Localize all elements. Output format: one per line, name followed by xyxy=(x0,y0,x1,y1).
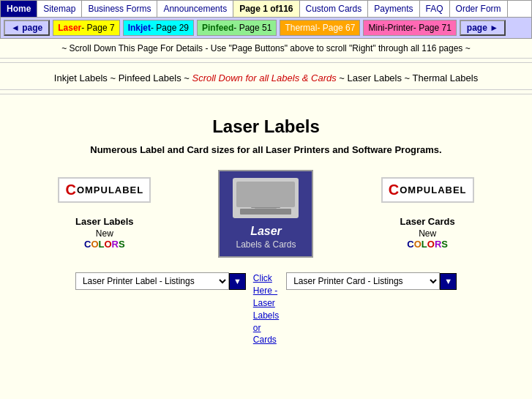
color-c-r: C xyxy=(407,239,413,250)
center-subtitle: Labels & Cards xyxy=(236,239,296,250)
page-prev-button[interactable]: ◄ page xyxy=(4,20,50,36)
color-r-r: R xyxy=(435,239,441,250)
nav-home[interactable]: Home xyxy=(1,1,37,17)
nav-inkjet[interactable]: Inkjet- Page 29 xyxy=(123,20,194,36)
compulabel-logo-left: C OMPULABEL xyxy=(58,177,151,203)
product-laser-cards: C OMPULABEL Laser Cards New COLORS xyxy=(361,170,493,250)
color-c: C xyxy=(84,239,91,250)
svg-rect-3 xyxy=(247,191,284,195)
divider-1 xyxy=(0,62,532,63)
color-o2-r: O xyxy=(427,239,435,250)
scroll-notice: ~ Scroll Down This Page For Details - Us… xyxy=(0,39,532,59)
color-o-r: O xyxy=(414,239,422,250)
logo-c-letter-right: C xyxy=(389,182,399,198)
color-o2: O xyxy=(104,239,111,250)
nav-pinfeed[interactable]: Pinfeed- Page 51 xyxy=(197,20,277,36)
product-new-right: New xyxy=(419,228,436,239)
laser-label-dropdown[interactable]: Laser Printer Label - Listings xyxy=(75,272,229,290)
svg-rect-0 xyxy=(240,184,291,206)
svg-rect-5 xyxy=(255,208,277,211)
nav-announcements[interactable]: Announcements xyxy=(157,1,233,17)
page-title: Laser Labels xyxy=(15,116,517,137)
nav-miniprinter[interactable]: Mini-Printer- Page 71 xyxy=(363,20,456,36)
color-r: R xyxy=(112,239,119,250)
printer-svg xyxy=(236,180,295,217)
product-laser-labels: C OMPULABEL Laser Labels New COLORS xyxy=(39,170,171,250)
product-colors-right: COLORS xyxy=(407,239,448,250)
laser-labels-logo: C OMPULABEL xyxy=(53,170,156,210)
color-l-r: L xyxy=(422,239,427,250)
nav-order-form[interactable]: Order Form xyxy=(450,1,508,17)
product-grid: C OMPULABEL Laser Labels New COLORS xyxy=(15,170,517,258)
svg-rect-1 xyxy=(244,186,288,201)
compulabel-logo-right: C OMPULABEL xyxy=(381,177,474,203)
label-types-highlight: Scroll Down for all Labels & Cards xyxy=(192,72,336,83)
printer-graphic xyxy=(233,178,299,218)
nav-faq[interactable]: FAQ xyxy=(420,1,450,17)
nav-business-forms[interactable]: Business Forms xyxy=(82,1,157,17)
label-types-bar: Inkjet Labels ~ Pinfeed Labels ~ Scroll … xyxy=(0,67,532,90)
divider-2 xyxy=(0,94,532,94)
logo-text-right: OMPULABEL xyxy=(400,184,466,195)
color-o: O xyxy=(91,239,98,250)
subtitle: Numerous Label and Card sizes for all La… xyxy=(15,144,517,155)
main-content: Laser Labels Numerous Label and Card siz… xyxy=(0,98,532,354)
nav-sitemap[interactable]: Sitemap xyxy=(37,1,82,17)
click-text: ClickHere -LaserLabelsorCards xyxy=(253,273,279,345)
left-dropdown-arrow[interactable]: ▼ xyxy=(229,273,246,290)
click-here-anchor[interactable]: ClickHere -LaserLabelsorCards xyxy=(253,273,279,345)
product-colors-left: COLORS xyxy=(84,239,125,250)
nav-payments[interactable]: Payments xyxy=(368,1,419,17)
product-name-left: Laser Labels xyxy=(75,216,134,227)
top-navigation: Home Sitemap Business Forms Announcement… xyxy=(0,0,532,17)
nav-laser[interactable]: Laser- Page 7 xyxy=(53,20,119,36)
laser-cards-logo: C OMPULABEL xyxy=(376,170,479,210)
page-navigation: ◄ page Laser- Page 7 Inkjet- Page 29 Pin… xyxy=(0,17,532,39)
color-s-r: S xyxy=(441,239,448,250)
svg-point-4 xyxy=(282,187,286,191)
center-title: Laser xyxy=(250,224,282,239)
label-types-text: Inkjet Labels ~ Pinfeed Labels ~ Scroll … xyxy=(54,72,478,83)
right-dropdown-container: Laser Printer Card - Listings ▼ xyxy=(286,272,457,290)
nav-thermal[interactable]: Thermal- Page 67 xyxy=(280,20,360,36)
nav-custom-cards[interactable]: Custom Cards xyxy=(300,1,369,17)
logo-c-letter: C xyxy=(65,182,75,198)
page-info: Page 1 of 116 xyxy=(233,1,299,17)
page-next-button[interactable]: page ► xyxy=(460,20,506,36)
bottom-section: Laser Printer Label - Listings ▼ ClickHe… xyxy=(15,272,517,346)
product-new-left: New xyxy=(96,228,113,239)
right-dropdown-arrow[interactable]: ▼ xyxy=(440,273,457,290)
center-printer-image: Laser Labels & Cards xyxy=(218,170,313,258)
product-name-right: Laser Cards xyxy=(400,216,455,227)
color-s: S xyxy=(119,239,125,250)
left-dropdown-container: Laser Printer Label - Listings ▼ xyxy=(75,272,246,290)
click-here-link[interactable]: ClickHere -LaserLabelsorCards xyxy=(253,272,279,346)
laser-card-dropdown[interactable]: Laser Printer Card - Listings xyxy=(286,272,440,290)
logo-text: OMPULABEL xyxy=(77,184,143,195)
svg-rect-2 xyxy=(251,202,280,208)
